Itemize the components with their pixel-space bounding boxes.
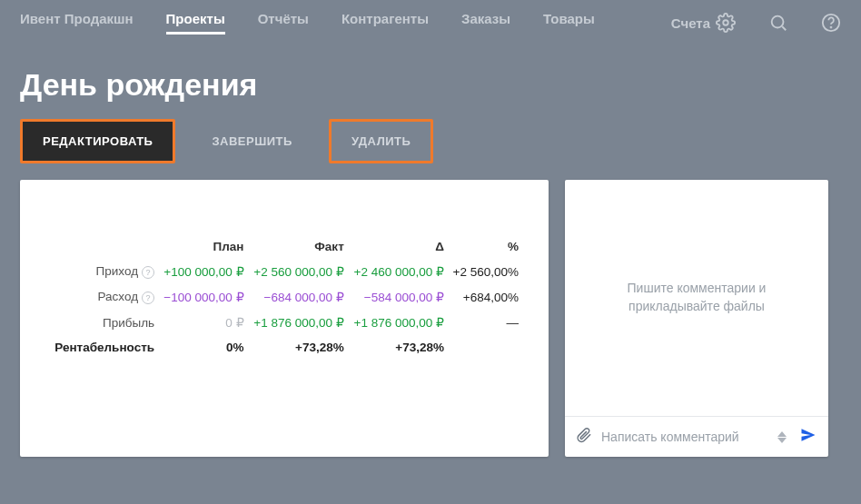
col-delta: Δ bbox=[347, 234, 447, 259]
profit-percent: — bbox=[447, 310, 521, 335]
row-profit: Прибыль 0 ₽ +1 876 000,00 ₽ +1 876 000,0… bbox=[47, 310, 521, 335]
margin-percent bbox=[447, 335, 521, 360]
nav-item-orders[interactable]: Заказы bbox=[461, 11, 510, 35]
nav-item-accounts[interactable]: Счета bbox=[671, 15, 710, 31]
col-plan: План bbox=[157, 234, 246, 259]
income-plan: +100 000,00 ₽ bbox=[157, 259, 246, 284]
send-icon[interactable] bbox=[799, 426, 817, 448]
expense-percent: +684,00% bbox=[447, 284, 521, 310]
col-fact: Факт bbox=[247, 234, 347, 259]
row-expense-label: Расход bbox=[98, 290, 139, 303]
profit-fact: +1 876 000,00 ₽ bbox=[247, 310, 347, 335]
row-expense: Расход? −100 000,00 ₽ −684 000,00 ₽ −584… bbox=[47, 284, 521, 310]
income-fact: +2 560 000,00 ₽ bbox=[247, 259, 347, 284]
paperclip-icon[interactable] bbox=[576, 427, 592, 447]
action-bar: РЕДАКТИРОВАТЬ ЗАВЕРШИТЬ УДАЛИТЬ bbox=[0, 119, 861, 180]
expense-plan: −100 000,00 ₽ bbox=[157, 284, 246, 310]
margin-delta: +73,28% bbox=[347, 335, 447, 360]
chevron-down-icon[interactable] bbox=[777, 438, 787, 443]
info-icon[interactable]: ? bbox=[142, 292, 154, 304]
delete-button[interactable]: УДАЛИТЬ bbox=[332, 122, 431, 161]
nav-item-goods[interactable]: Товары bbox=[543, 11, 595, 35]
edit-button[interactable]: РЕДАКТИРОВАТЬ bbox=[23, 122, 173, 161]
help-icon[interactable] bbox=[821, 13, 841, 33]
comments-panel: Пишите комментарии и прикладывайте файлы bbox=[565, 180, 828, 457]
col-percent: % bbox=[447, 234, 521, 259]
nav-item-projects[interactable]: Проекты bbox=[166, 11, 225, 35]
row-income-label: Приход bbox=[96, 264, 138, 278]
income-delta: +2 460 000,00 ₽ bbox=[347, 259, 447, 284]
row-margin-label: Рентабельность bbox=[47, 335, 157, 360]
search-icon[interactable] bbox=[768, 13, 788, 33]
comment-input[interactable] bbox=[601, 430, 768, 444]
income-percent: +2 560,00% bbox=[447, 259, 521, 284]
svg-point-0 bbox=[723, 20, 728, 25]
margin-fact: +73,28% bbox=[247, 335, 347, 360]
margin-plan: 0% bbox=[157, 335, 246, 360]
finish-button[interactable]: ЗАВЕРШИТЬ bbox=[192, 119, 312, 163]
row-margin: Рентабельность 0% +73,28% +73,28% bbox=[47, 335, 521, 360]
nav-item-company[interactable]: Ивент Продакшн bbox=[20, 11, 134, 35]
comments-placeholder: Пишите комментарии и прикладывайте файлы bbox=[565, 180, 828, 416]
gear-icon[interactable] bbox=[716, 13, 736, 33]
profit-delta: +1 876 000,00 ₽ bbox=[347, 310, 447, 335]
row-profit-label: Прибыль bbox=[47, 310, 157, 335]
finance-panel: План Факт Δ % Приход? +100 000,00 ₽ +2 5… bbox=[20, 180, 549, 457]
comment-stepper[interactable] bbox=[777, 431, 790, 443]
nav-item-reports[interactable]: Отчёты bbox=[258, 11, 309, 35]
top-nav: Ивент Продакшн Проекты Отчёты Контрагент… bbox=[0, 0, 861, 42]
finance-table: План Факт Δ % Приход? +100 000,00 ₽ +2 5… bbox=[47, 234, 521, 360]
svg-point-4 bbox=[831, 27, 832, 28]
info-icon[interactable]: ? bbox=[142, 266, 154, 279]
expense-delta: −584 000,00 ₽ bbox=[347, 284, 447, 310]
profit-plan: 0 ₽ bbox=[157, 310, 246, 335]
highlight-edit: РЕДАКТИРОВАТЬ bbox=[20, 119, 175, 163]
comment-input-row bbox=[565, 416, 828, 457]
highlight-delete: УДАЛИТЬ bbox=[329, 119, 434, 163]
expense-fact: −684 000,00 ₽ bbox=[247, 284, 347, 310]
row-income: Приход? +100 000,00 ₽ +2 560 000,00 ₽ +2… bbox=[47, 259, 521, 284]
chevron-up-icon[interactable] bbox=[777, 431, 787, 437]
page-title: День рождения bbox=[0, 42, 861, 119]
nav-item-contractors[interactable]: Контрагенты bbox=[341, 11, 429, 35]
svg-line-2 bbox=[782, 26, 786, 30]
svg-point-1 bbox=[772, 16, 784, 28]
